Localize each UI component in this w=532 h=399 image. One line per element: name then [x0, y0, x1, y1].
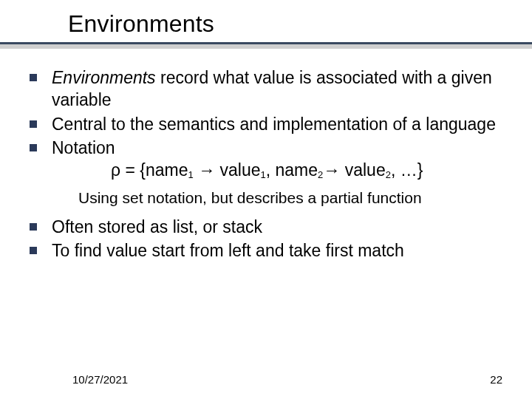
footer-page-number: 22 — [490, 373, 502, 386]
notation-line: ρ = {name1 → value1, name2→ value2, …} — [52, 159, 513, 181]
bullet-list: Environments record what value is associ… — [27, 66, 513, 182]
footer-date: 10/27/2021 — [72, 373, 128, 386]
title-block: Environments — [0, 0, 532, 49]
arrow-text: → value — [323, 160, 385, 180]
subscript: 2 — [386, 169, 391, 180]
bullet-item: Central to the semantics and implementat… — [27, 113, 513, 135]
bullet-text: Often stored as list, or stack — [52, 217, 262, 236]
slide-title: Environments — [68, 10, 532, 38]
bullet-text: To find value start from left and take f… — [52, 241, 404, 260]
bullet-item: Often stored as list, or stack — [27, 216, 513, 238]
note-line: Using set notation, but describes a part… — [78, 188, 513, 208]
bullet-item: Environments record what value is associ… — [27, 66, 513, 112]
subscript: 1 — [261, 169, 266, 180]
notation-text: , …} — [391, 160, 423, 180]
italic-term: Environments — [52, 68, 156, 87]
notation-text: , name — [266, 160, 318, 180]
bullet-list: Often stored as list, or stack To find v… — [27, 216, 513, 262]
bullet-text: Central to the semantics and implementat… — [52, 115, 496, 134]
arrow-text: → value — [194, 160, 261, 180]
bullet-item: Notation ρ = {name1 → value1, name2→ val… — [27, 137, 513, 182]
bullet-text: Notation — [52, 138, 115, 157]
subscript: 1 — [188, 169, 194, 180]
slide-body: Environments record what value is associ… — [0, 49, 532, 262]
rho-symbol: ρ = {name — [111, 160, 188, 180]
bullet-item: To find value start from left and take f… — [27, 239, 513, 262]
